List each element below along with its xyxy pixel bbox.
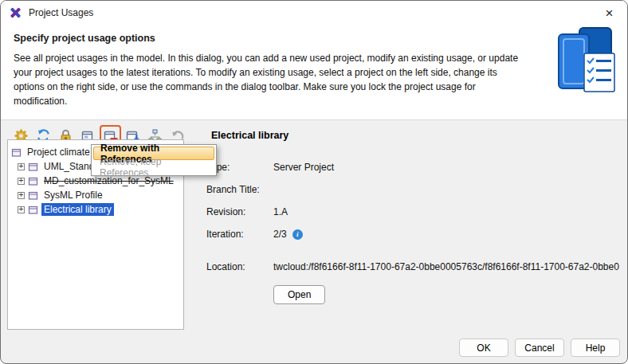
- detail-row-type: Type: Server Project: [206, 162, 619, 173]
- info-icon[interactable]: [292, 229, 303, 240]
- menu-item-remove-keep-references: Remove, keep References: [93, 160, 214, 174]
- revision-label: Revision:: [206, 206, 273, 217]
- help-button[interactable]: Help: [571, 339, 620, 357]
- tree-item-label: SysML Profile: [41, 189, 105, 202]
- detail-row-location: Location: twcloud:/f8f6166f-8f11-1700-67…: [206, 261, 619, 272]
- header-title: Specify project usage options: [14, 33, 614, 44]
- tree-item-electrical-library[interactable]: Electrical library: [8, 202, 183, 217]
- project-icon: [28, 190, 38, 201]
- project-icon: [11, 147, 22, 158]
- project-icon: [28, 176, 38, 186]
- expand-icon[interactable]: [18, 206, 25, 213]
- tree-item-label: Electrical library: [41, 203, 114, 216]
- iteration-label: Iteration:: [206, 229, 273, 240]
- context-menu: Remove with References Remove, keep Refe…: [91, 144, 217, 176]
- project-icon: [28, 162, 38, 172]
- detail-row-branch: Branch Title:: [206, 184, 619, 195]
- project-usages-dialog: Project Usages Specify project usage opt…: [0, 0, 628, 364]
- footer-buttons: OK Cancel Help: [459, 339, 620, 357]
- tree-item-sysml-profile[interactable]: SysML Profile: [8, 188, 183, 202]
- location-value: twcloud:/f8f6166f-8f11-1700-67a2-0bbe000…: [273, 261, 619, 272]
- title-bar: Project Usages: [1, 1, 627, 25]
- expand-icon[interactable]: [18, 178, 25, 185]
- branch-title-label: Branch Title:: [206, 184, 273, 195]
- revision-value: 1.A: [273, 206, 288, 217]
- cancel-button[interactable]: Cancel: [515, 339, 564, 357]
- project-usage-illustration: [554, 26, 618, 95]
- ok-button[interactable]: OK: [459, 339, 508, 357]
- expand-icon[interactable]: [18, 163, 25, 170]
- expand-icon[interactable]: [18, 192, 25, 199]
- iteration-value: 2/3: [273, 229, 287, 240]
- project-icon: [28, 205, 38, 215]
- open-button[interactable]: Open: [273, 285, 325, 304]
- detail-row-revision: Revision: 1.A: [206, 206, 619, 217]
- usage-details-panel: Type: Server Project Branch Title: Revis…: [184, 139, 621, 330]
- close-icon[interactable]: [591, 1, 627, 25]
- window-title: Project Usages: [29, 7, 93, 18]
- detail-row-iteration: Iteration: 2/3: [206, 229, 619, 240]
- type-value: Server Project: [273, 162, 334, 173]
- tree-item-label: UML_Stand: [41, 160, 96, 173]
- app-logo-icon: [9, 6, 22, 19]
- location-label: Location:: [206, 261, 273, 272]
- header-description: See all project usages in the model. In …: [14, 51, 530, 108]
- dialog-header: Specify project usage options See all pr…: [1, 25, 627, 120]
- tree-root-label: Project climate: [25, 146, 92, 159]
